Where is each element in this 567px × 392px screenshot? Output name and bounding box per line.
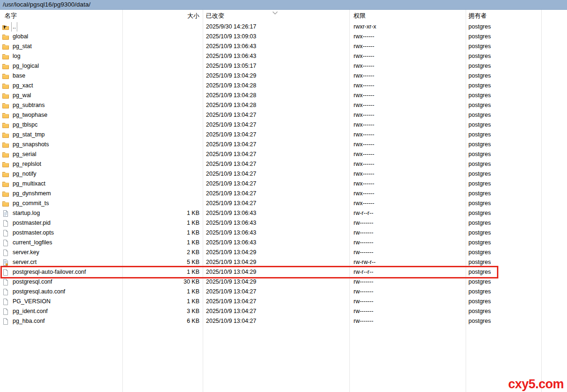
file-rights: rwx------ [349, 61, 466, 71]
file-icon [2, 318, 9, 325]
file-size [122, 169, 203, 179]
file-row-parent[interactable]: .. 2025/9/30 14:26:17 rwxr-xr-x postgres [0, 22, 567, 32]
file-size [122, 81, 203, 91]
file-modified: 2025/10/9 13:04:27 [203, 287, 349, 297]
file-row-pg_subtrans[interactable]: pg_subtrans 2025/10/9 13:04:28 rwx------… [0, 100, 567, 110]
file-row-postgresql.conf[interactable]: postgresql.conf 30 KB 2025/10/9 13:04:29… [0, 277, 567, 287]
file-size: 3 KB [122, 306, 203, 316]
file-owner: postgres [466, 100, 541, 110]
column-header-size[interactable]: 大小 [122, 10, 203, 22]
file-rights: rwx------ [349, 140, 466, 150]
file-icon [2, 229, 9, 237]
file-rights: rwx------ [349, 110, 466, 120]
file-row-base[interactable]: base 2025/10/9 13:04:29 rwx------ postgr… [0, 71, 567, 81]
file-size [122, 110, 203, 120]
file-row-current_logfiles[interactable]: current_logfiles 1 KB 2025/10/9 13:06:43… [0, 238, 567, 248]
file-row-pg_snapshots[interactable]: pg_snapshots 2025/10/9 13:04:27 rwx-----… [0, 140, 567, 150]
column-separator[interactable] [349, 10, 350, 392]
folder-icon [2, 151, 9, 158]
file-row-pg_notify[interactable]: pg_notify 2025/10/9 13:04:27 rwx------ p… [0, 169, 567, 179]
file-rights: rwx------ [349, 189, 466, 199]
chevron-down-icon [272, 9, 278, 14]
file-name: pg_multixact [12, 179, 46, 189]
file-owner: postgres [466, 91, 541, 100]
file-owner: postgres [466, 218, 541, 228]
file-row-pg_logical[interactable]: pg_logical 2025/10/9 13:05:17 rwx------ … [0, 61, 567, 71]
file-row-pg_hba.conf[interactable]: pg_hba.conf 6 KB 2025/10/9 13:04:27 rw--… [0, 316, 567, 326]
folder-icon [2, 180, 9, 188]
file-rights: rw-rw-r-- [349, 257, 466, 267]
file-row-pg_stat_tmp[interactable]: pg_stat_tmp 2025/10/9 13:04:27 rwx------… [0, 130, 567, 140]
file-name: server.crt [12, 257, 37, 267]
file-row-server.key[interactable]: server.key 2 KB 2025/10/9 13:04:29 rw---… [0, 248, 567, 257]
file-icon [2, 239, 9, 247]
column-separator[interactable] [541, 10, 542, 392]
folder-icon [2, 121, 9, 129]
file-name: pg_subtrans [12, 100, 46, 110]
file-row-server.crt[interactable]: server.crt 5 KB 2025/10/9 13:04:29 rw-rw… [0, 257, 567, 267]
column-separator[interactable] [466, 10, 466, 392]
file-size [122, 51, 203, 61]
file-row-pg_dynshmem[interactable]: pg_dynshmem 2025/10/9 13:04:27 rwx------… [0, 189, 567, 199]
file-name: .. [12, 22, 17, 32]
file-modified: 2025/10/9 13:04:27 [203, 130, 349, 140]
file-row-postmaster.opts[interactable]: postmaster.opts 1 KB 2025/10/9 13:06:43 … [0, 228, 567, 238]
file-row-pg_stat[interactable]: pg_stat 2025/10/9 13:06:43 rwx------ pos… [0, 42, 567, 51]
file-row-startup.log[interactable]: startup.log 1 KB 2025/10/9 13:06:43 rw-r… [0, 208, 567, 218]
file-modified: 2025/10/9 13:04:27 [203, 110, 349, 120]
file-row-pg_tblspc[interactable]: pg_tblspc 2025/10/9 13:04:27 rwx------ p… [0, 120, 567, 130]
file-row-postgresql.auto.conf[interactable]: postgresql.auto.conf 1 KB 2025/10/9 13:0… [0, 287, 567, 297]
file-icon [2, 220, 9, 227]
file-owner: postgres [466, 199, 541, 208]
file-rights: rwx------ [349, 169, 466, 179]
file-name: pg_xact [12, 81, 34, 91]
file-rights: rw-r--r-- [349, 208, 466, 218]
file-size [122, 91, 203, 100]
file-row-postgresql-auto-failover.conf[interactable]: postgresql-auto-failover.conf 1 KB 2025/… [0, 267, 567, 277]
file-row-pg_commit_ts[interactable]: pg_commit_ts 2025/10/9 13:04:27 rwx-----… [0, 199, 567, 208]
column-header-rights[interactable]: 权限 [349, 10, 466, 22]
file-owner: postgres [466, 159, 541, 169]
file-owner: postgres [466, 71, 541, 81]
file-name: pg_snapshots [12, 140, 50, 150]
file-rights: rwxr-xr-x [349, 22, 466, 32]
watermark: cxy5.com [508, 377, 564, 392]
file-rights: rw------- [349, 218, 466, 228]
file-owner: postgres [466, 228, 541, 238]
folder-icon [2, 72, 9, 80]
folder-icon [2, 141, 9, 149]
file-modified: 2025/10/9 13:04:27 [203, 150, 349, 159]
file-rights: rwx------ [349, 100, 466, 110]
column-header-owner[interactable]: 拥有者 [466, 10, 541, 22]
folder-icon [2, 53, 9, 60]
file-row-pg_ident.conf[interactable]: pg_ident.conf 3 KB 2025/10/9 13:04:27 rw… [0, 306, 567, 316]
column-separator[interactable] [122, 10, 123, 392]
file-rights: rwx------ [349, 42, 466, 51]
file-row-postmaster.pid[interactable]: postmaster.pid 1 KB 2025/10/9 13:06:43 r… [0, 218, 567, 228]
file-row-pg_xact[interactable]: pg_xact 2025/10/9 13:04:28 rwx------ pos… [0, 81, 567, 91]
file-modified: 2025/10/9 13:06:43 [203, 208, 349, 218]
file-size [122, 61, 203, 71]
path-bar: /usr/local/pgsql16/pg9300/data/ [0, 0, 567, 10]
log-file-icon [2, 210, 9, 217]
file-row-log[interactable]: log 2025/10/9 13:06:43 rwx------ postgre… [0, 51, 567, 61]
column-header-name[interactable]: 名字 [0, 10, 122, 22]
file-row-pg_wal[interactable]: pg_wal 2025/10/9 13:04:28 rwx------ post… [0, 91, 567, 100]
file-row-PG_VERSION[interactable]: PG_VERSION 1 KB 2025/10/9 13:04:27 rw---… [0, 297, 567, 306]
file-owner: postgres [466, 140, 541, 150]
file-row-pg_replslot[interactable]: pg_replslot 2025/10/9 13:04:27 rwx------… [0, 159, 567, 169]
file-row-pg_multixact[interactable]: pg_multixact 2025/10/9 13:04:27 rwx-----… [0, 179, 567, 189]
column-separator[interactable] [203, 10, 203, 392]
current-path: /usr/local/pgsql16/pg9300/data/ [3, 1, 91, 8]
file-name: log [12, 51, 21, 61]
file-row-pg_serial[interactable]: pg_serial 2025/10/9 13:04:27 rwx------ p… [0, 150, 567, 159]
file-rights: rw------- [349, 248, 466, 257]
file-size: 1 KB [122, 267, 203, 277]
file-row-global[interactable]: global 2025/10/9 13:09:03 rwx------ post… [0, 32, 567, 42]
file-row-pg_twophase[interactable]: pg_twophase 2025/10/9 13:04:27 rwx------… [0, 110, 567, 120]
file-rights: rwx------ [349, 179, 466, 189]
parent-folder-icon [2, 23, 9, 31]
file-name: postgresql-auto-failover.conf [12, 267, 87, 277]
column-header-spacer [541, 10, 567, 22]
folder-icon [2, 92, 9, 100]
